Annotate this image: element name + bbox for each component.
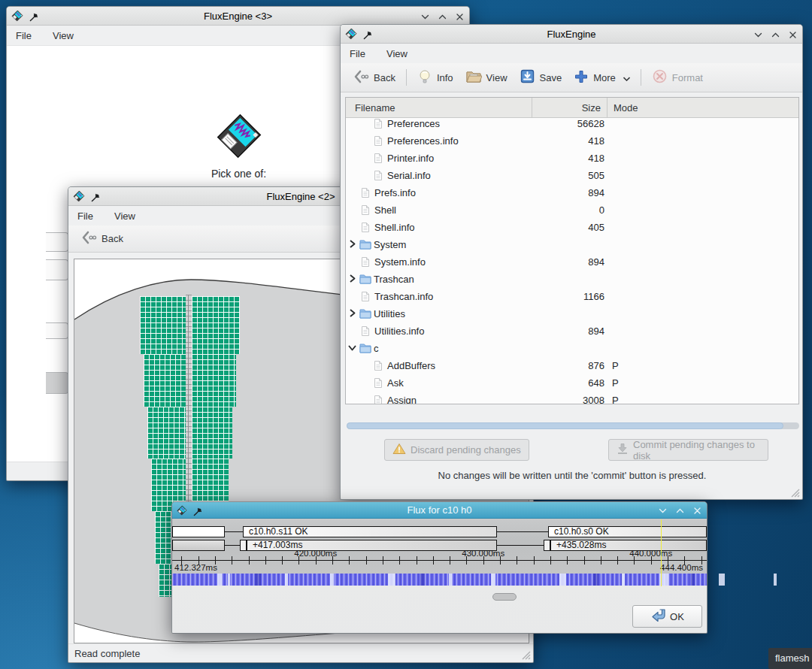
table-row[interactable]: Prefs.info894: [346, 184, 798, 201]
close-button[interactable]: [788, 29, 798, 39]
hidden-option-button[interactable]: [46, 372, 68, 394]
titlebar[interactable]: Flux for c10 h0: [172, 502, 707, 519]
sector-box[interactable]: c10.h0.s11 OK: [243, 526, 497, 537]
file-icon: [360, 204, 371, 216]
table-row[interactable]: Utilities.info894: [346, 322, 798, 340]
table-row[interactable]: Printer.info418: [346, 150, 798, 167]
chevron-collapsed-icon[interactable]: [347, 274, 359, 286]
table-row[interactable]: Ask648P: [346, 374, 798, 392]
timing-box[interactable]: [172, 540, 225, 551]
close-button[interactable]: [455, 11, 465, 21]
file-name: AddBuffers: [386, 360, 533, 371]
fluxengine-app-icon: [11, 10, 23, 22]
sector-block[interactable]: [140, 296, 186, 354]
table-row[interactable]: System.info894: [346, 253, 798, 271]
file-name: System: [372, 239, 533, 250]
sector-box[interactable]: c10.h0.s0 OK: [548, 526, 707, 537]
maximize-button[interactable]: [771, 29, 780, 39]
table-row[interactable]: Trashcan: [346, 271, 798, 288]
timing-box[interactable]: +435.028ms: [550, 540, 707, 551]
flameshot-tooltip: flamesh: [768, 648, 812, 669]
fluxengine-app-icon: [73, 190, 85, 202]
more-button[interactable]: More: [568, 66, 636, 89]
file-name: Serial.info: [386, 170, 533, 181]
timing-box[interactable]: +417.003ms: [247, 540, 497, 551]
file-name: Ask: [386, 377, 533, 389]
minimize-button[interactable]: [420, 11, 430, 21]
table-row[interactable]: c: [346, 340, 798, 357]
table-row[interactable]: AddBuffers876P: [346, 357, 798, 374]
table-row[interactable]: Trashcan.info1166: [346, 288, 798, 305]
table-row[interactable]: Shell0: [346, 201, 798, 219]
sector-block[interactable]: [192, 407, 232, 459]
sector-block[interactable]: [144, 354, 186, 407]
chevron-collapsed-icon[interactable]: [347, 239, 359, 251]
flux-gap: [559, 574, 566, 586]
table-row[interactable]: Serial.info505: [346, 167, 798, 184]
hidden-option-button[interactable]: [46, 322, 68, 339]
discard-changes-button[interactable]: Discard pending changes: [384, 439, 529, 461]
file-name: System.info: [373, 256, 533, 268]
window-fluxengine-main: FluxEngine FileView Back Info View: [340, 24, 803, 500]
resize-grip[interactable]: [521, 650, 531, 660]
flux-dense-region: [593, 574, 598, 586]
pin-icon[interactable]: [29, 11, 38, 20]
table-row[interactable]: Preferences.info418: [346, 132, 798, 150]
table-row[interactable]: System: [346, 236, 798, 253]
ok-label: OK: [670, 611, 684, 622]
sector-box[interactable]: [172, 526, 225, 537]
sector-block[interactable]: [192, 354, 236, 407]
back-button[interactable]: Back: [347, 65, 401, 90]
file-size: 648: [533, 377, 607, 389]
table-row[interactable]: Shell.info405: [346, 219, 798, 236]
close-button[interactable]: [692, 505, 702, 515]
sector-block[interactable]: [147, 407, 186, 459]
chevron-expanded-icon[interactable]: [347, 343, 359, 355]
pin-icon[interactable]: [193, 506, 202, 515]
ruler-tick: [433, 556, 434, 565]
sector-block[interactable]: [192, 296, 240, 354]
menu-view[interactable]: View: [114, 210, 146, 222]
connector-line: [497, 545, 544, 546]
window-title: FluxEngine <3>: [7, 11, 469, 22]
hidden-option-button[interactable]: [46, 259, 68, 280]
titlebar[interactable]: FluxEngine: [341, 25, 802, 44]
view-button[interactable]: View: [459, 66, 514, 89]
maximize-button[interactable]: [438, 11, 447, 21]
scroll-handle[interactable]: [492, 593, 517, 601]
resize-grip[interactable]: [790, 487, 800, 497]
flux-dense-region: [420, 574, 425, 586]
table-row[interactable]: Preferences56628: [346, 115, 798, 132]
titlebar[interactable]: FluxEngine <3>: [7, 7, 469, 26]
minimize-button[interactable]: [658, 505, 668, 515]
flux-gap: [491, 574, 495, 586]
menu-file[interactable]: File: [16, 30, 42, 41]
window-title: FluxEngine: [341, 29, 802, 40]
ok-button[interactable]: OK: [632, 605, 702, 628]
maximize-button[interactable]: [675, 505, 685, 515]
pin-icon[interactable]: [363, 29, 372, 38]
chevron-collapsed-icon[interactable]: [347, 308, 359, 320]
save-button[interactable]: Save: [514, 65, 568, 89]
minimize-button[interactable]: [753, 29, 763, 39]
scrollbar-thumb[interactable]: [347, 422, 783, 429]
info-button[interactable]: Info: [411, 65, 459, 90]
file-size: 3008: [533, 395, 607, 404]
menu-file[interactable]: File: [77, 210, 104, 222]
hidden-option-button[interactable]: [46, 232, 68, 252]
pin-icon[interactable]: [91, 192, 100, 201]
warning-icon: [392, 443, 406, 457]
table-row[interactable]: Assign3008P: [346, 392, 798, 404]
horizontal-scrollbar[interactable]: [347, 422, 799, 429]
flux-density-band[interactable]: [172, 574, 707, 586]
menu-view[interactable]: View: [53, 30, 84, 41]
dropdown-caret-icon[interactable]: [623, 72, 630, 83]
menu-file[interactable]: File: [350, 48, 376, 59]
file-size: 0: [533, 204, 607, 216]
menu-view[interactable]: View: [386, 48, 418, 59]
back-label: Back: [374, 72, 395, 83]
back-button[interactable]: Back: [74, 226, 129, 251]
info-label: Info: [437, 72, 453, 83]
commit-changes-button[interactable]: Commit pending changes to disk: [608, 439, 768, 461]
table-row[interactable]: Utilities: [346, 305, 798, 322]
